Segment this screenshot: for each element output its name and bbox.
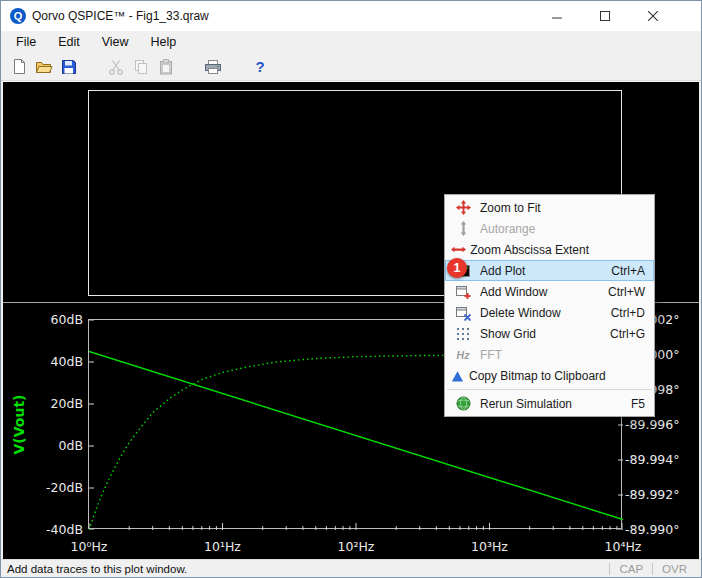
- toolbar-open-button[interactable]: [32, 55, 56, 79]
- help-icon: ?: [255, 58, 264, 75]
- x-tick-label: 10³Hz: [445, 539, 535, 555]
- y-left-tick-label: -20dB: [3, 480, 83, 496]
- menu-item-copy-bitmap[interactable]: Copy Bitmap to Clipboard: [445, 365, 654, 386]
- y-left-tick-label: 0dB: [3, 438, 83, 454]
- menu-item-shortcut: Ctrl+A: [603, 264, 645, 278]
- menu-separator: [447, 389, 652, 390]
- menu-item-shortcut: F5: [603, 397, 645, 411]
- x-tick-label: 10²Hz: [311, 539, 401, 555]
- status-cap-indicator: CAP: [610, 563, 652, 575]
- menu-item-label: Rerun Simulation: [480, 397, 589, 411]
- cut-icon: [108, 59, 124, 75]
- zoom-abscissa-icon: [450, 242, 466, 257]
- paste-icon: [158, 59, 174, 75]
- minimize-button[interactable]: [533, 1, 581, 31]
- menu-help[interactable]: Help: [140, 31, 188, 53]
- status-bar: Add data traces to this plot window. CAP…: [1, 559, 701, 577]
- toolbar-print-button[interactable]: [201, 55, 225, 79]
- menu-item-label: Autorange: [480, 222, 589, 236]
- toolbar-copy-button: [129, 55, 153, 79]
- menu-item-add-window[interactable]: Add Window Ctrl+W: [445, 281, 654, 302]
- close-button[interactable]: [629, 1, 677, 31]
- menu-item-label: Copy Bitmap to Clipboard: [469, 369, 606, 383]
- menu-item-delete-window[interactable]: Delete Window Ctrl+D: [445, 302, 654, 323]
- maximize-button[interactable]: [581, 1, 629, 31]
- x-tick-label: 10¹Hz: [178, 539, 268, 555]
- menu-bar: File Edit View Help: [1, 31, 701, 53]
- toolbar-paste-button: [154, 55, 178, 79]
- show-grid-icon: [450, 327, 476, 341]
- menu-item-label: Zoom Abscissa Extent: [470, 243, 589, 257]
- menu-item-zoom-to-fit[interactable]: Zoom to Fit: [445, 197, 654, 218]
- y-left-tick-label: 60dB: [3, 312, 83, 328]
- toolbar-cut-button: [104, 55, 128, 79]
- y-right-tick-label: -89.990°: [625, 522, 702, 538]
- menu-item-shortcut: Ctrl+D: [603, 306, 645, 320]
- toolbar: ?: [1, 53, 701, 81]
- y-right-tick-label: -89.994°: [625, 452, 702, 468]
- toolbar-help-button[interactable]: ?: [248, 55, 272, 79]
- menu-edit[interactable]: Edit: [47, 31, 91, 53]
- delete-window-icon: [450, 305, 476, 321]
- close-icon: [648, 11, 658, 21]
- y-left-tick-label: 20dB: [3, 396, 83, 412]
- open-folder-icon: [35, 59, 53, 75]
- menu-view[interactable]: View: [91, 31, 140, 53]
- x-tick-label: 10⁴Hz: [578, 539, 668, 555]
- status-ovr-indicator: OVR: [653, 563, 696, 575]
- status-message: Add data traces to this plot window.: [7, 563, 187, 575]
- menu-item-rerun-simulation[interactable]: Rerun Simulation F5: [445, 393, 654, 414]
- maximize-icon: [600, 11, 610, 21]
- zoom-to-fit-icon: [450, 200, 476, 215]
- y-right-tick-label: -89.996°: [625, 417, 702, 433]
- menu-item-shortcut: Ctrl+W: [603, 285, 645, 299]
- add-window-icon: [450, 284, 476, 300]
- qspice-window: Q Qorvo QSPICE™ - Fig1_33.qraw File Edit…: [0, 0, 702, 578]
- fft-icon: Hz: [450, 349, 476, 361]
- status-indicators: CAP OVR: [609, 560, 701, 577]
- menu-item-shortcut: Ctrl+G: [603, 327, 645, 341]
- menu-item-label: Delete Window: [480, 306, 589, 320]
- menu-item-label: Add Window: [480, 285, 589, 299]
- print-icon: [204, 59, 222, 75]
- menu-item-label: Zoom to Fit: [480, 201, 589, 215]
- save-icon: [61, 59, 77, 75]
- toolbar-separator: [82, 66, 104, 67]
- y-right-tick-label: -89.992°: [625, 487, 702, 503]
- step-annotation-badge: 1: [447, 258, 467, 278]
- minimize-icon: [552, 11, 562, 21]
- menu-item-label: FFT: [480, 348, 589, 362]
- autorange-icon: [450, 221, 476, 236]
- menu-item-label: Show Grid: [480, 327, 589, 341]
- toolbar-separator: [226, 66, 248, 67]
- window-controls: [533, 1, 677, 31]
- rerun-simulation-icon: [450, 396, 476, 411]
- menu-item-autorange: Autorange: [445, 218, 654, 239]
- app-logo-icon[interactable]: Q: [10, 8, 26, 24]
- context-menu: Zoom to Fit Autorange Zoom Abscissa Exte…: [444, 194, 655, 417]
- toolbar-save-button[interactable]: [57, 55, 81, 79]
- y-left-tick-label: -40dB: [3, 522, 83, 538]
- menu-item-zoom-abscissa-extent[interactable]: Zoom Abscissa Extent: [445, 239, 654, 260]
- window-title: Qorvo QSPICE™ - Fig1_33.qraw: [32, 9, 209, 23]
- menu-file[interactable]: File: [5, 31, 47, 53]
- menu-item-add-plot[interactable]: Add Plot Ctrl+A: [445, 260, 654, 281]
- y-left-tick-label: 40dB: [3, 354, 83, 370]
- x-tick-label: 10⁰Hz: [44, 539, 134, 555]
- copy-bitmap-icon: [450, 369, 465, 383]
- toolbar-separator: [179, 66, 201, 67]
- copy-icon: [133, 59, 149, 75]
- menu-item-show-grid[interactable]: Show Grid Ctrl+G: [445, 323, 654, 344]
- new-file-icon: [11, 58, 28, 75]
- menu-item-fft: Hz FFT: [445, 344, 654, 365]
- toolbar-new-button[interactable]: [7, 55, 31, 79]
- titlebar: Q Qorvo QSPICE™ - Fig1_33.qraw: [1, 1, 701, 31]
- menu-item-label: Add Plot: [480, 264, 589, 278]
